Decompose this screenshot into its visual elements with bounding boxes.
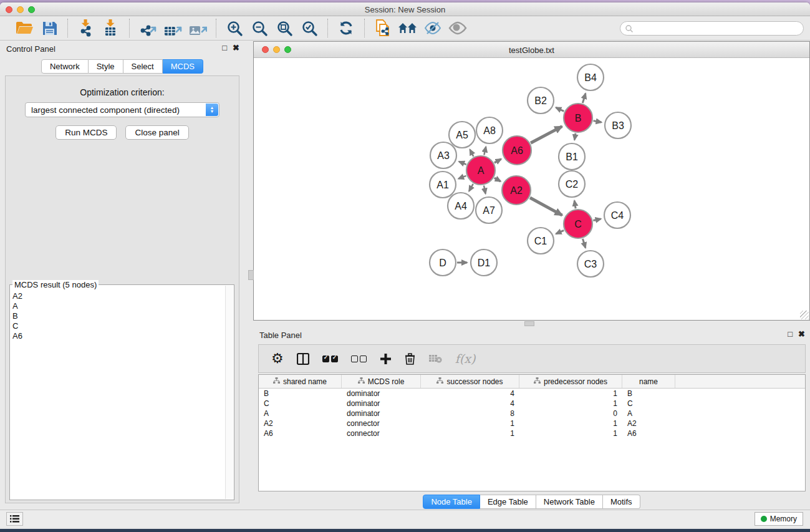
- close-panel-button[interactable]: Close panel: [125, 125, 188, 140]
- table-row[interactable]: A6connector11A6: [259, 428, 805, 438]
- tab-edge-table[interactable]: Edge Table: [480, 495, 536, 509]
- edge-A6-B[interactable]: [531, 127, 562, 143]
- column-header-successor-nodes[interactable]: successor nodes: [421, 375, 519, 388]
- tab-node-table[interactable]: Node Table: [423, 495, 480, 509]
- column-panel-icon[interactable]: [297, 353, 309, 365]
- optimization-criterion-select[interactable]: largest connected component (directed) ▲…: [25, 102, 219, 117]
- edge-A-A7[interactable]: [484, 185, 486, 193]
- float-panel-icon[interactable]: □: [222, 44, 227, 52]
- tab-mcds[interactable]: MCDS: [163, 59, 203, 74]
- select-all-icon[interactable]: [322, 355, 338, 362]
- edge-A2-C[interactable]: [530, 198, 562, 215]
- table-row[interactable]: Adominator80A: [259, 409, 805, 418]
- edge-C-C3[interactable]: [582, 239, 585, 248]
- edge-C-C4[interactable]: [593, 219, 600, 221]
- column-header-MCDS-role[interactable]: MCDS role: [342, 375, 421, 388]
- copy-network-icon[interactable]: [372, 19, 393, 37]
- zoom-in-icon[interactable]: [224, 19, 245, 37]
- node-C1[interactable]: C1: [528, 228, 554, 254]
- result-item[interactable]: C: [12, 321, 225, 331]
- node-A4[interactable]: A4: [448, 193, 474, 219]
- edge-A-A1[interactable]: [458, 176, 466, 179]
- edge-B-B2[interactable]: [556, 107, 564, 111]
- edge-C-C1[interactable]: [556, 230, 564, 234]
- tab-style[interactable]: Style: [89, 59, 123, 74]
- export-table-icon[interactable]: [162, 19, 183, 37]
- node-A8[interactable]: A8: [476, 117, 503, 143]
- node-B[interactable]: B: [564, 104, 592, 132]
- node-D[interactable]: D: [430, 249, 456, 276]
- node-A5[interactable]: A5: [449, 122, 475, 148]
- search-input[interactable]: [620, 21, 804, 36]
- memory-button[interactable]: Memory: [755, 512, 803, 526]
- show-all-icon[interactable]: [447, 19, 468, 37]
- add-column-icon[interactable]: [380, 353, 392, 365]
- edge-B-B4[interactable]: [582, 94, 586, 103]
- zoom-selected-icon[interactable]: [299, 19, 320, 37]
- node-C4[interactable]: C4: [604, 202, 630, 228]
- refresh-icon[interactable]: [335, 19, 357, 37]
- settings-gear-icon[interactable]: ⚙: [271, 351, 284, 367]
- result-item[interactable]: A2: [12, 291, 225, 301]
- node-A6[interactable]: A6: [503, 136, 531, 165]
- zoom-out-icon[interactable]: [249, 19, 270, 37]
- node-B2[interactable]: B2: [528, 87, 554, 114]
- node-C[interactable]: C: [564, 210, 592, 238]
- zoom-fit-icon[interactable]: [274, 19, 295, 37]
- node-A7[interactable]: A7: [476, 197, 502, 223]
- node-A1[interactable]: A1: [430, 172, 456, 198]
- result-scrollbar[interactable]: [225, 286, 233, 499]
- resize-grip[interactable]: [800, 311, 809, 319]
- network-window-titlebar[interactable]: testGlobe.txt: [254, 42, 809, 58]
- result-item[interactable]: A6: [12, 331, 225, 341]
- vertical-split-handle[interactable]: [248, 270, 254, 280]
- tab-motifs[interactable]: Motifs: [603, 495, 640, 509]
- node-C3[interactable]: C3: [577, 251, 604, 277]
- edge-A-A5[interactable]: [470, 150, 474, 157]
- table-row[interactable]: Bdominator41B: [259, 389, 805, 399]
- horizontal-split-handle[interactable]: [524, 321, 534, 326]
- edge-A-A2[interactable]: [494, 178, 501, 181]
- table-row[interactable]: A2connector11A2: [259, 418, 805, 428]
- save-session-icon[interactable]: [39, 19, 60, 37]
- edge-A-A8[interactable]: [484, 147, 486, 155]
- network-canvas[interactable]: B4B2BB3A8A5A6A3B1AA1C2A2A4A7C4CC1DD1C3: [254, 58, 809, 320]
- export-image-icon[interactable]: [187, 19, 208, 37]
- node-A[interactable]: A: [466, 156, 495, 185]
- column-header-predecessor-nodes[interactable]: predecessor nodes: [519, 375, 622, 388]
- node-C2[interactable]: C2: [559, 171, 585, 197]
- column-header-name[interactable]: name: [622, 375, 675, 388]
- tab-network-table[interactable]: Network Table: [536, 495, 603, 509]
- export-network-icon[interactable]: [137, 19, 158, 37]
- node-B3[interactable]: B3: [605, 112, 631, 138]
- node-A2[interactable]: A2: [502, 176, 531, 205]
- result-item[interactable]: B: [12, 311, 225, 321]
- open-session-icon[interactable]: [14, 19, 35, 37]
- edge-A-A3[interactable]: [459, 162, 466, 165]
- close-table-panel-icon[interactable]: ✖: [798, 330, 805, 339]
- edge-B-B1[interactable]: [574, 133, 576, 140]
- first-neighbors-icon[interactable]: [397, 19, 418, 37]
- node-B4[interactable]: B4: [577, 64, 604, 90]
- delete-column-icon[interactable]: [405, 353, 415, 365]
- node-A3[interactable]: A3: [430, 142, 456, 168]
- mcds-result-list[interactable]: A2ABCA6: [12, 291, 225, 498]
- table-row[interactable]: Cdominator41C: [259, 399, 805, 409]
- run-mcds-button[interactable]: Run MCDS: [55, 125, 117, 140]
- node-B1[interactable]: B1: [559, 143, 585, 170]
- deselect-all-icon[interactable]: [351, 355, 367, 362]
- node-D1[interactable]: D1: [471, 249, 497, 276]
- edge-A-A4[interactable]: [469, 184, 473, 191]
- float-table-panel-icon[interactable]: □: [788, 330, 793, 339]
- import-network-icon[interactable]: [75, 19, 97, 37]
- hide-selected-icon[interactable]: [422, 19, 443, 37]
- close-panel-icon[interactable]: ✖: [233, 44, 239, 52]
- import-table-icon[interactable]: [100, 19, 122, 37]
- tab-select[interactable]: Select: [123, 59, 163, 74]
- column-header-shared-name[interactable]: shared name: [259, 375, 342, 388]
- task-history-button[interactable]: [6, 512, 23, 526]
- edge-B-B3[interactable]: [594, 121, 602, 122]
- edge-C-C2[interactable]: [574, 201, 576, 209]
- result-item[interactable]: A: [12, 301, 225, 311]
- edge-A-A6[interactable]: [494, 159, 501, 163]
